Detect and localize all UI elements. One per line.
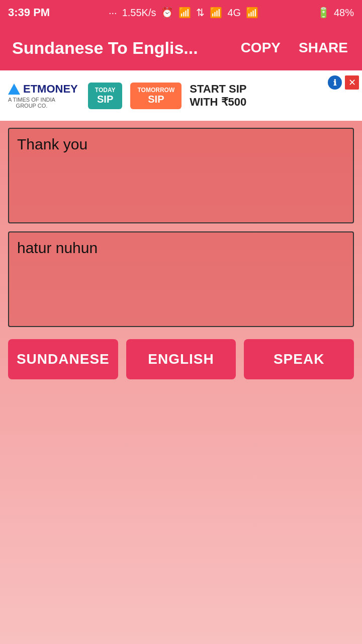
target-text: hatur nuhun (17, 239, 98, 256)
alarm-icon: ⏰ (161, 7, 173, 19)
ad-close-button[interactable]: ✕ (345, 75, 359, 90)
sip-tomorrow-box: TOMORROW SIP (130, 83, 182, 109)
source-text: Thank you (17, 136, 87, 152)
network-speed: 1.55K/s (122, 7, 156, 19)
ad-middle: TODAY SIP TOMORROW SIP START SIP WITH ₹5… (88, 83, 354, 109)
tomorrow-label: TOMORROW (137, 87, 174, 94)
et-triangle-icon (8, 84, 20, 95)
speak-button[interactable]: SPEAK (244, 339, 354, 379)
copy-button[interactable]: COPY (239, 36, 283, 60)
text-boxes-area: Thank you hatur nuhun (0, 121, 362, 327)
target-text-box[interactable]: hatur nuhun (8, 231, 354, 327)
app-title: Sundanese To Englis... (12, 38, 198, 58)
signal-icon-2: 📶 (246, 7, 258, 19)
sip-label-2: SIP (137, 94, 174, 105)
signal-icon: 📶 (210, 7, 222, 19)
app-bar: Sundanese To Englis... COPY SHARE (0, 25, 362, 70)
battery-icon: 🔋 (317, 7, 330, 19)
english-button[interactable]: ENGLISH (126, 339, 236, 379)
ad-info-button[interactable]: ℹ (328, 75, 342, 90)
status-right: 🔋 48% (317, 7, 354, 19)
data-arrows-icon: ⇅ (196, 7, 205, 19)
status-center: ··· 1.55K/s ⏰ 📶 ⇅ 📶 4G 📶 (109, 7, 258, 19)
et-money-logo: ETMONEY (8, 83, 78, 96)
ad-banner: ETMONEY A TIMES OF INDIA GROUP CO. TODAY… (0, 70, 362, 121)
status-bar: 3:39 PM ··· 1.55K/s ⏰ 📶 ⇅ 📶 4G 📶 🔋 48% (0, 0, 362, 25)
sip-today-box: TODAY SIP (88, 83, 123, 109)
sundanese-button[interactable]: SUNDANESE (8, 339, 118, 379)
ad-logo: ETMONEY A TIMES OF INDIA GROUP CO. (8, 83, 78, 109)
network-type: 4G (227, 7, 241, 19)
source-text-box[interactable]: Thank you (8, 128, 354, 223)
dots-icon: ··· (109, 7, 117, 19)
status-time: 3:39 PM (8, 6, 50, 19)
et-sub-brand: A TIMES OF INDIA GROUP CO. (8, 97, 55, 109)
et-brand-name: ETMONEY (23, 83, 78, 96)
today-label: TODAY (95, 87, 116, 94)
wifi-icon: 📶 (178, 7, 191, 19)
ad-cta-text: START SIP WITH ₹500 (190, 83, 246, 109)
share-button[interactable]: SHARE (297, 36, 350, 60)
app-bar-actions: COPY SHARE (239, 36, 350, 60)
sip-label: SIP (95, 94, 116, 105)
bottom-buttons: SUNDANESE ENGLISH SPEAK (0, 327, 362, 379)
battery-percent: 48% (334, 7, 354, 19)
